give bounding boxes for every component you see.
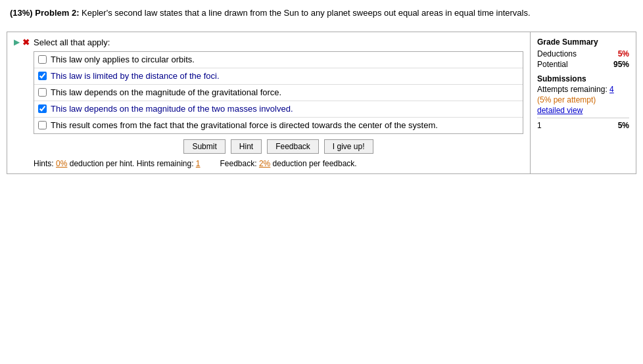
top-section: (13%) Problem 2: Kepler's second law sta…: [0, 0, 643, 26]
deductions-value: 5%: [618, 49, 629, 58]
per-attempt-row: (5% per attempt): [537, 95, 629, 104]
feedback-label: Feedback:: [220, 159, 257, 168]
hints-label: Hints:: [34, 159, 54, 168]
select-all-text: Select all that apply:: [34, 37, 110, 47]
deductions-row: Deductions 5%: [537, 49, 629, 58]
left-panel: ▶ ✖ Select all that apply: This law only…: [7, 32, 531, 174]
hints-text: Hints: 0% deduction per hint. Hints rema…: [34, 159, 201, 168]
hints-deduction-text: deduction per hint. Hints remaining:: [67, 159, 193, 168]
per-attempt-text: (5% per attempt): [537, 95, 596, 104]
option-row-4: This law depends on the magnitude of the…: [34, 101, 523, 118]
potential-value: 95%: [613, 60, 629, 69]
option-row-1: This law only applies to circular orbits…: [34, 52, 523, 68]
potential-label: Potential: [537, 60, 568, 69]
checkbox-4[interactable]: [38, 104, 47, 113]
deductions-label: Deductions: [537, 49, 577, 58]
give-up-button[interactable]: I give up!: [324, 139, 373, 154]
potential-row: Potential 95%: [537, 60, 629, 69]
option-row-3: This law depends on the magnitude of the…: [34, 85, 523, 101]
submissions-title: Submissions: [537, 74, 629, 83]
right-panel: Grade Summary Deductions 5% Potential 95…: [531, 32, 636, 174]
option-row-2: This law is limited by the distance of t…: [34, 68, 523, 85]
option-text-3: This law depends on the magnitude of the…: [51, 87, 281, 99]
problem-text: (13%) Problem 2: Kepler's second law sta…: [10, 7, 633, 20]
option-text-1: This law only applies to circular orbits…: [51, 54, 195, 66]
option-text-2: This law is limited by the distance of t…: [51, 70, 220, 82]
score-number: 1: [537, 121, 542, 130]
attempts-label: Attempts remaining:: [537, 85, 607, 94]
detailed-view-link[interactable]: detailed view: [537, 106, 583, 115]
feedback-text: Feedback: 2% deduction per feedback.: [220, 159, 357, 168]
arrow-icon: ▶: [14, 37, 20, 47]
submit-button[interactable]: Submit: [183, 139, 225, 154]
attempts-value[interactable]: 4: [609, 85, 614, 94]
checkbox-2[interactable]: [38, 72, 47, 80]
checkbox-1[interactable]: [38, 55, 47, 64]
options-box: This law only applies to circular orbits…: [34, 51, 523, 135]
problem-description: Kepler's second law states that a line d…: [79, 8, 530, 18]
checkbox-5[interactable]: [38, 121, 47, 129]
feedback-deduction-text: deduction per feedback.: [270, 159, 356, 168]
feedback-deduction-value: 2%: [259, 159, 270, 168]
x-icon: ✖: [22, 37, 30, 47]
option-text-5: This result comes from the fact that the…: [51, 120, 438, 131]
attempts-row: Attempts remaining: 4: [537, 85, 629, 94]
score-pct: 5%: [618, 121, 629, 130]
hints-row: Hints: 0% deduction per hint. Hints rema…: [34, 159, 523, 168]
grade-summary-title: Grade Summary: [537, 37, 629, 47]
hint-deduction-value: 0%: [56, 159, 67, 168]
option-row-5: This result comes from the fact that the…: [34, 118, 523, 133]
option-text-4: This law depends on the magnitude of the…: [51, 103, 293, 115]
feedback-button[interactable]: Feedback: [267, 139, 319, 154]
problem-label: (13%) Problem 2:: [10, 8, 79, 18]
checkbox-3[interactable]: [38, 88, 47, 97]
buttons-row: Submit Hint Feedback I give up!: [34, 139, 523, 154]
select-all-header: ▶ ✖ Select all that apply:: [14, 37, 523, 47]
main-container: ▶ ✖ Select all that apply: This law only…: [7, 32, 636, 175]
hint-button[interactable]: Hint: [231, 139, 262, 154]
detailed-view-row: detailed view: [537, 106, 629, 115]
divider: [537, 118, 629, 118]
submission-score-row: 1 5%: [537, 121, 629, 130]
hints-remaining-value[interactable]: 1: [196, 159, 201, 168]
